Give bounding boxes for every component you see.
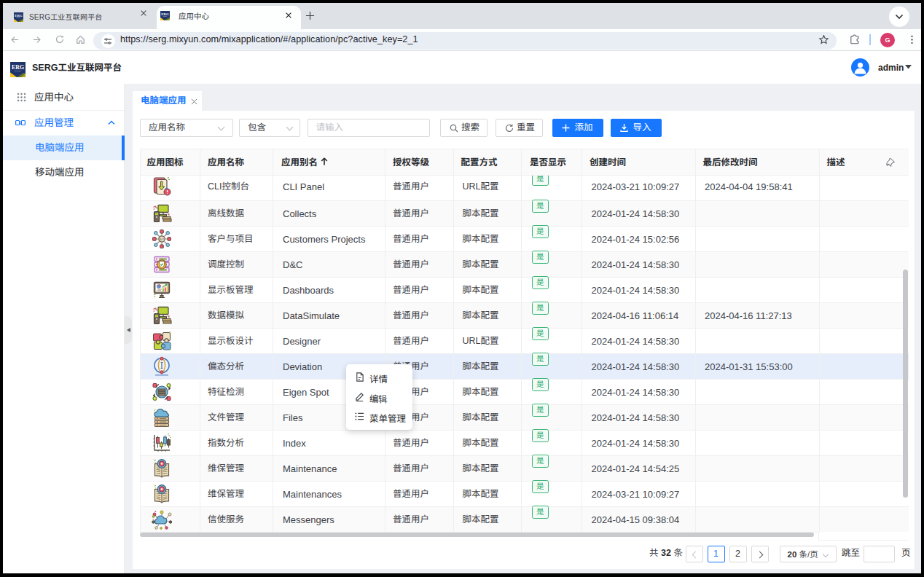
svg-text:ERG: ERG xyxy=(12,64,24,71)
svg-text:ERG: ERG xyxy=(161,12,169,16)
svg-text:API: API xyxy=(160,237,164,240)
svg-text:Example: Example xyxy=(17,17,21,18)
svg-text:Example: Example xyxy=(163,16,168,17)
svg-text:Example: Example xyxy=(15,70,22,71)
svg-text:ERG: ERG xyxy=(15,14,23,17)
